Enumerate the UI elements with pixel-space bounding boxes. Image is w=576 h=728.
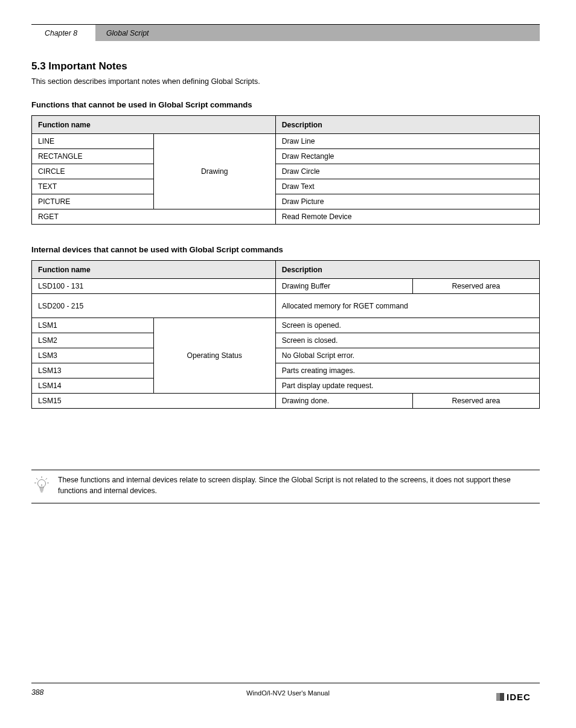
chapter-number: Chapter 8 [45, 29, 77, 37]
table-cell: LSM14 [32, 378, 154, 394]
footer-rule [31, 683, 540, 683]
table-cell: Draw Picture [275, 194, 539, 209]
table-cell: LINE [32, 134, 154, 149]
table-cell: RECTANGLE [32, 149, 154, 164]
header-top-rule [95, 24, 540, 25]
table1-header-func: Function name [32, 116, 276, 134]
table-cell: LSM13 [32, 363, 154, 378]
table-cell: LSM3 [32, 348, 154, 363]
table-cell: Operating Status [153, 318, 275, 394]
chapter-title: Global Script [106, 29, 149, 37]
section-title: 5.3 Important Notes [31, 60, 540, 72]
table-cell: Screen is opened. [275, 318, 539, 333]
logo-square-icon [496, 693, 504, 701]
tip-note: These functions and internal devices rel… [31, 470, 540, 503]
footer-doc-title: WindO/I-NV2 User's Manual [0, 689, 576, 697]
table-cell: Reserved area [412, 394, 539, 409]
table-cell: Screen is closed. [275, 333, 539, 348]
table-cell: Parts creating images. [275, 363, 539, 378]
section-lead: This section describes important notes w… [31, 76, 540, 87]
table-cell: LSD200 - 215 [32, 294, 276, 318]
table-cell: CIRCLE [32, 164, 154, 179]
table-cell: Reserved area [412, 279, 539, 294]
idec-logo: IDEC [496, 691, 540, 703]
table-cell: TEXT [32, 179, 154, 194]
table-cell: Part display update request. [275, 378, 539, 394]
svg-line-1 [36, 478, 38, 480]
svg-line-2 [46, 478, 48, 480]
table-cell: Allocated memory for RGET command [275, 294, 539, 318]
table-cell: LSM1 [32, 318, 154, 333]
table-cell: Draw Rectangle [275, 149, 539, 164]
note-text: These functions and internal devices rel… [58, 475, 540, 496]
lightbulb-icon [34, 476, 51, 497]
logo-text: IDEC [507, 692, 531, 702]
unusable-functions-table: Function name Description LINE Drawing D… [31, 115, 540, 225]
subheading-1: Functions that cannot be used in Global … [31, 100, 540, 109]
table-cell: LSM2 [32, 333, 154, 348]
table-cell: LSM15 [32, 394, 276, 409]
table-cell: Drawing done. [275, 394, 412, 409]
table-cell: No Global Script error. [275, 348, 539, 363]
unusable-devices-table: Function name Description LSD100 - 131 D… [31, 260, 540, 409]
table-cell: RGET [32, 209, 276, 225]
subheading-2: Internal devices that cannot be used wit… [31, 245, 540, 254]
table2-header-func: Function name [32, 261, 276, 279]
table-cell: Draw Circle [275, 164, 539, 179]
table1-header-desc: Description [275, 116, 539, 134]
table2-header-desc: Description [275, 261, 539, 279]
table-cell: Draw Text [275, 179, 539, 194]
table-cell: Draw Line [275, 134, 539, 149]
table-cell: Drawing Buffer [275, 279, 412, 294]
table-cell: Drawing [153, 134, 275, 209]
table-cell: LSD100 - 131 [32, 279, 276, 294]
table-cell: PICTURE [32, 194, 154, 209]
table-cell: Read Remote Device [275, 209, 539, 225]
